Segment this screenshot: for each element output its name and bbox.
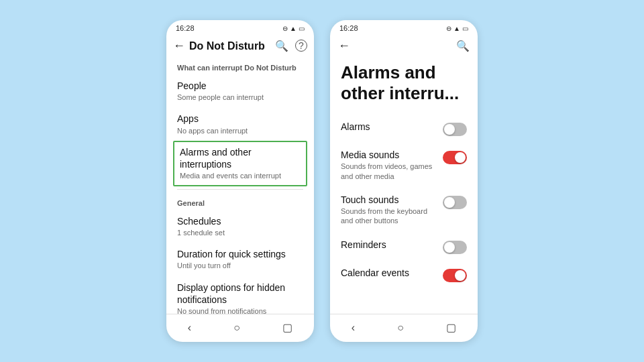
content-right: Alarms Media sounds Sounds from videos, … xyxy=(330,115,478,314)
nav-back-left[interactable]: ‹ xyxy=(182,320,197,335)
touch-label: Touch sounds xyxy=(341,194,437,205)
nav-home-right[interactable]: ○ xyxy=(392,320,409,335)
alarms-subtitle: Media and events can interrupt xyxy=(180,171,301,180)
alarm-icon-right: ⊖ xyxy=(446,25,451,32)
page-title-left: Do Not Disturb xyxy=(189,40,271,52)
reminders-label-block: Reminders xyxy=(341,239,437,250)
content-left: What can interrupt Do Not Disturb People… xyxy=(166,57,314,314)
section-what-can-interrupt: What can interrupt Do Not Disturb xyxy=(166,57,314,74)
calendar-toggle[interactable] xyxy=(443,269,467,282)
duration-item[interactable]: Duration for quick settings Until you tu… xyxy=(166,243,314,276)
reminders-row: Reminders xyxy=(330,233,478,261)
alarms-item[interactable]: Alarms and other interruptions Media and… xyxy=(173,141,307,186)
media-label: Media sounds xyxy=(341,149,437,160)
touch-subtitle: Sounds from the keyboard and other butto… xyxy=(341,206,437,226)
calendar-label-block: Calendar events xyxy=(341,267,437,278)
status-time-right: 16:28 xyxy=(339,24,358,32)
right-phone: 16:28 ⊖ ▲ ▭ ← 🔍 Alarms and other interru… xyxy=(330,20,478,342)
display-subtitle: No sound from notifications xyxy=(177,306,303,314)
left-phone: 16:28 ⊖ ▲ ▭ ← Do Not Disturb 🔍 ? What ca… xyxy=(166,20,314,342)
alarms-toggle[interactable] xyxy=(443,123,467,136)
alarms-label: Alarms xyxy=(341,121,437,132)
divider-general xyxy=(177,189,303,190)
duration-title: Duration for quick settings xyxy=(177,248,303,260)
apps-item[interactable]: Apps No apps can interrupt xyxy=(166,107,314,140)
top-nav-left: ← Do Not Disturb 🔍 ? xyxy=(166,35,314,57)
top-nav-right: ← 🔍 xyxy=(330,35,478,57)
alarm-icon: ⊖ xyxy=(282,25,288,32)
people-subtitle: Some people can interrupt xyxy=(177,93,303,102)
alarms-title: Alarms and other interruptions xyxy=(180,146,301,170)
reminders-toggle[interactable] xyxy=(443,241,467,254)
calendar-label: Calendar events xyxy=(341,267,437,278)
reminders-label: Reminders xyxy=(341,239,437,250)
back-button-right[interactable]: ← xyxy=(338,39,350,53)
touch-row: Touch sounds Sounds from the keyboard an… xyxy=(330,188,478,233)
touch-toggle[interactable] xyxy=(443,196,467,209)
schedules-title: Schedules xyxy=(177,215,303,227)
battery-icon: ▭ xyxy=(299,25,305,32)
media-toggle[interactable] xyxy=(443,151,467,164)
apps-title: Apps xyxy=(177,113,303,125)
duration-subtitle: Until you turn off xyxy=(177,261,303,270)
status-time-left: 16:28 xyxy=(176,24,195,32)
bottom-nav-right: ‹ ○ ▢ xyxy=(330,314,478,342)
schedules-subtitle: 1 schedule set xyxy=(177,228,303,237)
alarms-row: Alarms xyxy=(330,115,478,143)
section-general: General xyxy=(166,192,314,210)
display-item[interactable]: Display options for hidden notifications… xyxy=(166,276,314,314)
status-icons-right: ⊖ ▲ ▭ xyxy=(446,25,468,32)
search-icon-right[interactable]: 🔍 xyxy=(456,40,470,52)
big-title: Alarms and other interru... xyxy=(330,57,478,115)
back-button-left[interactable]: ← xyxy=(173,39,185,53)
bottom-nav-left: ‹ ○ ▢ xyxy=(166,314,314,342)
touch-label-block: Touch sounds Sounds from the keyboard an… xyxy=(341,194,437,226)
status-icons-left: ⊖ ▲ ▭ xyxy=(282,25,305,32)
wifi-icon: ▲ xyxy=(290,25,297,32)
schedules-item[interactable]: Schedules 1 schedule set xyxy=(166,210,314,243)
media-subtitle: Sounds from videos, games and other medi… xyxy=(341,162,437,181)
nav-home-left[interactable]: ○ xyxy=(228,320,246,335)
display-title: Display options for hidden notifications xyxy=(177,282,303,306)
people-item[interactable]: People Some people can interrupt xyxy=(166,74,314,107)
wifi-icon-right: ▲ xyxy=(453,25,460,32)
battery-icon-right: ▭ xyxy=(462,25,468,32)
status-bar-right: 16:28 ⊖ ▲ ▭ xyxy=(330,20,478,35)
help-icon-left[interactable]: ? xyxy=(295,40,307,52)
calendar-row: Calendar events xyxy=(330,261,478,289)
people-title: People xyxy=(177,80,303,92)
status-bar-left: 16:28 ⊖ ▲ ▭ xyxy=(166,20,314,35)
nav-recent-right[interactable]: ▢ xyxy=(441,320,462,335)
media-row: Media sounds Sounds from videos, games a… xyxy=(330,143,478,188)
nav-icons-left: 🔍 ? xyxy=(275,40,307,52)
apps-subtitle: No apps can interrupt xyxy=(177,126,303,135)
search-icon-left[interactable]: 🔍 xyxy=(275,40,288,52)
nav-back-right[interactable]: ‹ xyxy=(346,320,360,335)
nav-recent-left[interactable]: ▢ xyxy=(277,320,298,335)
media-label-block: Media sounds Sounds from videos, games a… xyxy=(341,149,437,181)
alarms-label-block: Alarms xyxy=(341,121,437,132)
